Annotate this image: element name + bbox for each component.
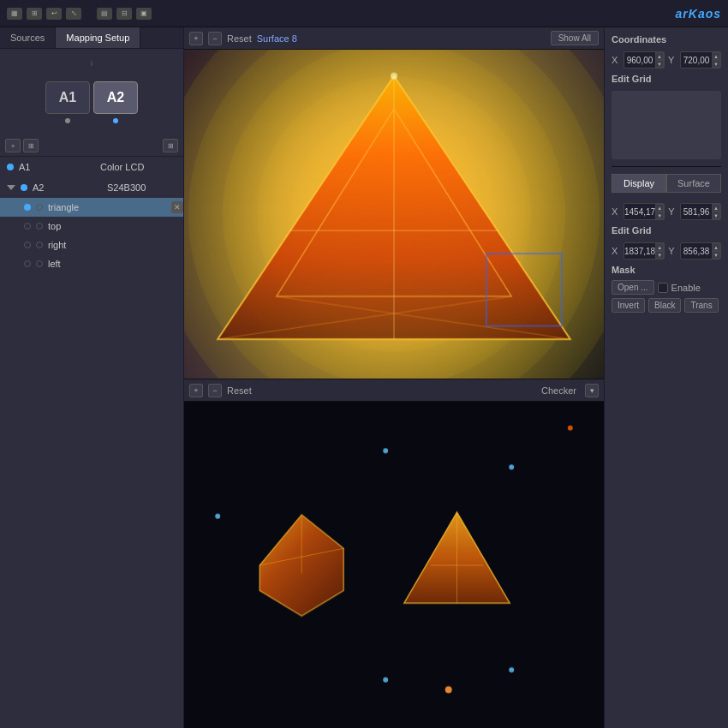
viewport-bottom-canvas[interactable] — [184, 402, 604, 728]
coord-row-x: X 960,00 ▲ ▼ Y 720,00 ▲ ▼ — [612, 51, 721, 69]
grid-y-up[interactable]: ▲ — [712, 243, 720, 251]
layer-options-btn[interactable]: ⊞ — [163, 139, 178, 152]
a1-name: Color LCD — [100, 162, 176, 172]
vp-bottom-checker-toggle[interactable]: ▾ — [585, 384, 599, 397]
undo-icon[interactable]: ↩ — [46, 8, 62, 20]
grid-y-spinners[interactable]: ▲ ▼ — [712, 243, 720, 259]
bottom-y-input[interactable]: 581,96 ▲ ▼ — [680, 203, 721, 220]
bottom-y-value: 581,96 — [681, 207, 712, 217]
triangle-dot — [24, 204, 31, 211]
bottom-x-spinners[interactable]: ▲ ▼ — [655, 204, 664, 219]
a2-expand[interactable] — [7, 185, 15, 190]
viewport-bottom-toolbar: + − Reset Checker ▾ — [184, 379, 604, 402]
grid2-icon[interactable]: ⊞ — [27, 8, 42, 20]
sublayer-triangle[interactable]: triangle ✕ — [0, 198, 183, 217]
grid-y-down[interactable]: ▼ — [712, 251, 720, 259]
top-label: top — [48, 221, 183, 231]
grid-x-spinners[interactable]: ▲ ▼ — [655, 243, 664, 259]
layer-item-a1[interactable]: A1 Color LCD — [0, 157, 183, 177]
edit-grid-top-label: Edit Grid — [612, 74, 721, 84]
enable-label: Enable — [671, 283, 701, 293]
bottom-x-input[interactable]: 1454,17 ▲ ▼ — [624, 203, 665, 220]
add-layer-btn[interactable]: + — [5, 139, 21, 152]
vp-top-add[interactable]: + — [189, 32, 203, 45]
vp-bottom-reset[interactable]: Reset — [227, 385, 252, 396]
bottom-x-label: X — [612, 206, 620, 217]
triangle-label: triangle — [48, 202, 166, 212]
bottom-canvas-visual — [184, 402, 604, 728]
vp-bottom-minus[interactable]: − — [208, 384, 222, 397]
source-btn-a1[interactable]: A1 — [45, 81, 90, 114]
bottom-x-up[interactable]: ▲ — [655, 204, 664, 212]
bottom-x-down[interactable]: ▼ — [655, 212, 664, 219]
edit-grid-bottom-label: Edit Grid — [612, 225, 721, 236]
bottom-coord-row-xy: X 1454,17 ▲ ▼ Y 581,96 ▲ ▼ — [612, 203, 721, 220]
tab-sources[interactable]: Sources — [0, 27, 56, 48]
sublayer-top[interactable]: top — [0, 217, 183, 236]
grid-icon[interactable]: ▦ — [7, 8, 22, 20]
coord-y-input[interactable]: 720,00 ▲ ▼ — [680, 51, 721, 69]
coord-y-down[interactable]: ▼ — [712, 60, 720, 68]
view2-icon[interactable]: ⊟ — [116, 8, 132, 20]
triangle-close[interactable]: ✕ — [171, 201, 183, 213]
sublayer-right[interactable]: right — [0, 236, 183, 254]
mask-label: Mask — [612, 265, 721, 275]
source-btn-a2[interactable]: A2 — [93, 81, 138, 114]
top-dot2 — [36, 223, 43, 230]
bottom-y-label: Y — [668, 206, 677, 217]
grid-x-label: X — [612, 246, 620, 256]
coord-y-spinners[interactable]: ▲ ▼ — [712, 52, 720, 68]
right-label: right — [48, 240, 183, 250]
bottom-y-down[interactable]: ▼ — [712, 212, 720, 219]
coord-y-value: 720,00 — [681, 56, 712, 65]
coord-y-up[interactable]: ▲ — [712, 52, 720, 60]
surface-tab[interactable]: Surface — [666, 174, 721, 193]
coord-x-value: 960,00 — [624, 56, 655, 65]
vp-top-minus[interactable]: − — [208, 32, 222, 45]
a1-label: A1 — [19, 162, 95, 172]
left-label: left — [48, 259, 183, 269]
bottom-y-up[interactable]: ▲ — [712, 204, 720, 212]
view3-icon[interactable]: ▣ — [136, 8, 152, 20]
coord-x-spinners[interactable]: ▲ ▼ — [655, 52, 664, 68]
enable-checkbox[interactable] — [658, 283, 668, 293]
layer-item-a2[interactable]: A2 S24B300 — [0, 177, 183, 198]
layer-toolbar: + ⊞ ⊞ — [0, 135, 183, 157]
black-button[interactable]: Black — [648, 298, 681, 313]
bottom-x-value: 1454,17 — [624, 207, 655, 217]
open-button[interactable]: Open ... — [612, 280, 654, 295]
triangle-dot2 — [36, 204, 43, 211]
vp-bottom-add[interactable]: + — [189, 384, 203, 397]
viewport-top-canvas[interactable] — [184, 50, 604, 379]
toolbar-left: ▦ ⊞ ↩ ⤡ ▤ ⊟ ▣ — [7, 8, 152, 20]
coord-x-input[interactable]: 960,00 ▲ ▼ — [624, 51, 665, 69]
grid-y-input[interactable]: 856,38 ▲ ▼ — [680, 242, 721, 260]
sublayer-left[interactable]: left — [0, 254, 183, 273]
view1-icon[interactable]: ▤ — [97, 8, 112, 20]
left-panel: Sources Mapping Setup i A1 A2 — [0, 27, 184, 728]
right-dot2 — [36, 242, 43, 248]
grid-x-up[interactable]: ▲ — [655, 243, 664, 251]
display-tab[interactable]: Display — [612, 174, 666, 193]
invert-button[interactable]: Invert — [612, 298, 645, 313]
mask-section: Mask Open ... Enable Invert Black Trans — [612, 265, 721, 313]
a2-name: S24B300 — [107, 182, 176, 193]
trans-button[interactable]: Trans — [684, 298, 718, 313]
tab-mapping-setup[interactable]: Mapping Setup — [56, 27, 140, 48]
layer-group-a1: A1 Color LCD — [0, 157, 183, 177]
top-dot — [24, 223, 31, 230]
a1-indicator — [65, 118, 70, 123]
vp-bottom-checker: Checker — [541, 385, 576, 396]
grid-x-down[interactable]: ▼ — [655, 251, 664, 259]
layer-grid-btn[interactable]: ⊞ — [23, 139, 39, 152]
grid-x-input[interactable]: 1837,18 ▲ ▼ — [624, 242, 665, 260]
coord-x-down[interactable]: ▼ — [655, 60, 664, 68]
grid-coord-row: X 1837,18 ▲ ▼ Y 856,38 ▲ ▼ — [612, 242, 721, 260]
divider — [612, 166, 721, 167]
expand-icon[interactable]: ⤡ — [66, 8, 81, 20]
coord-x-up[interactable]: ▲ — [655, 52, 664, 60]
vp-top-surface: Surface 8 — [257, 33, 297, 44]
bottom-y-spinners[interactable]: ▲ ▼ — [712, 204, 720, 219]
show-all-button[interactable]: Show All — [551, 31, 599, 45]
vp-top-reset[interactable]: Reset — [227, 33, 252, 44]
